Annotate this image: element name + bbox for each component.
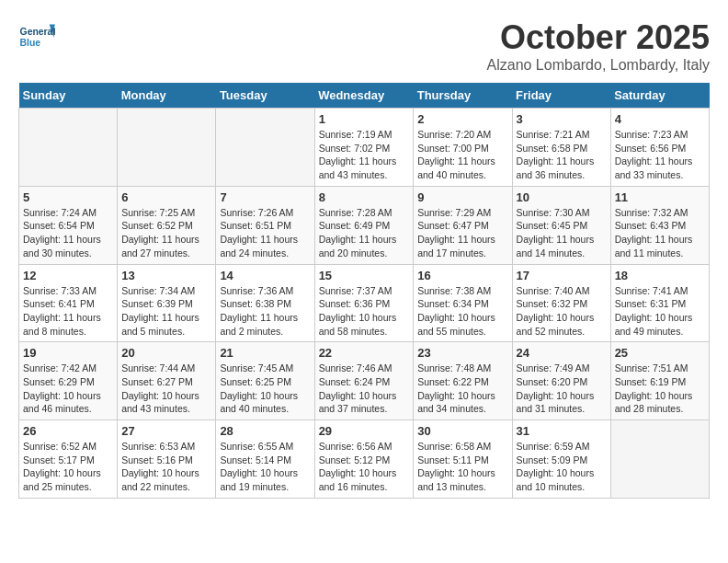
calendar-cell: 18Sunrise: 7:41 AM Sunset: 6:31 PM Dayli… — [610, 264, 709, 342]
calendar-cell: 25Sunrise: 7:51 AM Sunset: 6:19 PM Dayli… — [610, 342, 709, 420]
page-container: General Blue October 2025 Alzano Lombard… — [18, 18, 710, 499]
day-info: Sunrise: 7:20 AM Sunset: 7:00 PM Dayligh… — [417, 128, 507, 182]
weekday-header-row: Sunday Monday Tuesday Wednesday Thursday… — [19, 83, 710, 109]
header-saturday: Saturday — [610, 83, 709, 109]
calendar-cell: 11Sunrise: 7:32 AM Sunset: 6:43 PM Dayli… — [610, 186, 709, 264]
day-number: 4 — [615, 112, 705, 126]
calendar-cell: 17Sunrise: 7:40 AM Sunset: 6:32 PM Dayli… — [512, 264, 610, 342]
day-number: 3 — [517, 112, 607, 126]
day-info: Sunrise: 7:24 AM Sunset: 6:54 PM Dayligh… — [23, 206, 113, 260]
calendar-week-row: 5Sunrise: 7:24 AM Sunset: 6:54 PM Daylig… — [19, 186, 710, 264]
day-number: 9 — [417, 190, 507, 204]
day-info: Sunrise: 7:42 AM Sunset: 6:29 PM Dayligh… — [23, 362, 113, 416]
calendar-cell: 14Sunrise: 7:36 AM Sunset: 6:38 PM Dayli… — [216, 264, 314, 342]
logo-icon: General Blue — [18, 18, 55, 55]
calendar-cell: 29Sunrise: 6:56 AM Sunset: 5:12 PM Dayli… — [314, 420, 414, 499]
calendar-cell: 16Sunrise: 7:38 AM Sunset: 6:34 PM Dayli… — [414, 264, 512, 342]
day-info: Sunrise: 7:21 AM Sunset: 6:58 PM Dayligh… — [517, 128, 607, 182]
calendar-cell: 5Sunrise: 7:24 AM Sunset: 6:54 PM Daylig… — [19, 186, 118, 264]
svg-text:General: General — [20, 27, 55, 37]
day-number: 13 — [121, 269, 211, 282]
day-info: Sunrise: 7:36 AM Sunset: 6:38 PM Dayligh… — [220, 284, 310, 339]
calendar-week-row: 12Sunrise: 7:33 AM Sunset: 6:41 PM Dayli… — [19, 264, 710, 342]
day-number: 28 — [220, 424, 310, 438]
day-number: 1 — [319, 112, 410, 126]
day-info: Sunrise: 7:26 AM Sunset: 6:51 PM Dayligh… — [220, 206, 310, 260]
day-number: 8 — [319, 190, 410, 204]
day-number: 29 — [319, 424, 410, 438]
day-number: 2 — [417, 112, 507, 126]
calendar-cell: 30Sunrise: 6:58 AM Sunset: 5:11 PM Dayli… — [414, 420, 512, 499]
day-info: Sunrise: 7:37 AM Sunset: 6:36 PM Dayligh… — [319, 284, 410, 339]
day-info: Sunrise: 6:55 AM Sunset: 5:14 PM Dayligh… — [220, 440, 310, 494]
day-info: Sunrise: 7:34 AM Sunset: 6:39 PM Dayligh… — [121, 284, 211, 339]
day-number: 6 — [121, 190, 211, 204]
calendar-cell: 24Sunrise: 7:49 AM Sunset: 6:20 PM Dayli… — [512, 342, 610, 420]
day-info: Sunrise: 7:29 AM Sunset: 6:47 PM Dayligh… — [417, 206, 507, 260]
calendar-week-row: 26Sunrise: 6:52 AM Sunset: 5:17 PM Dayli… — [19, 420, 710, 499]
day-number: 18 — [615, 269, 705, 282]
calendar-cell — [19, 109, 118, 187]
day-number: 30 — [417, 424, 507, 438]
day-info: Sunrise: 7:25 AM Sunset: 6:52 PM Dayligh… — [121, 206, 211, 260]
day-number: 14 — [220, 269, 310, 282]
day-number: 19 — [23, 346, 113, 360]
day-info: Sunrise: 6:59 AM Sunset: 5:09 PM Dayligh… — [517, 440, 607, 494]
header-sunday: Sunday — [19, 83, 118, 109]
calendar-cell: 31Sunrise: 6:59 AM Sunset: 5:09 PM Dayli… — [512, 420, 610, 499]
calendar-cell: 19Sunrise: 7:42 AM Sunset: 6:29 PM Dayli… — [19, 342, 118, 420]
title-section: October 2025 Alzano Lombardo, Lombardy, … — [487, 18, 711, 74]
day-number: 12 — [23, 269, 113, 282]
header-monday: Monday — [118, 83, 216, 109]
day-number: 31 — [517, 424, 607, 438]
day-number: 20 — [121, 346, 211, 360]
day-info: Sunrise: 7:41 AM Sunset: 6:31 PM Dayligh… — [615, 284, 705, 339]
calendar-cell: 15Sunrise: 7:37 AM Sunset: 6:36 PM Dayli… — [314, 264, 414, 342]
calendar-cell: 21Sunrise: 7:45 AM Sunset: 6:25 PM Dayli… — [216, 342, 314, 420]
calendar-cell: 12Sunrise: 7:33 AM Sunset: 6:41 PM Dayli… — [19, 264, 118, 342]
location: Alzano Lombardo, Lombardy, Italy — [487, 57, 711, 74]
day-number: 15 — [319, 269, 410, 282]
day-info: Sunrise: 7:23 AM Sunset: 6:56 PM Dayligh… — [615, 128, 705, 182]
calendar-cell: 4Sunrise: 7:23 AM Sunset: 6:56 PM Daylig… — [610, 109, 709, 187]
day-info: Sunrise: 7:40 AM Sunset: 6:32 PM Dayligh… — [517, 284, 607, 339]
calendar-cell: 6Sunrise: 7:25 AM Sunset: 6:52 PM Daylig… — [118, 186, 216, 264]
calendar-cell: 10Sunrise: 7:30 AM Sunset: 6:45 PM Dayli… — [512, 186, 610, 264]
day-info: Sunrise: 7:48 AM Sunset: 6:22 PM Dayligh… — [417, 362, 507, 416]
calendar-cell: 22Sunrise: 7:46 AM Sunset: 6:24 PM Dayli… — [314, 342, 414, 420]
calendar-cell: 8Sunrise: 7:28 AM Sunset: 6:49 PM Daylig… — [314, 186, 414, 264]
day-info: Sunrise: 6:58 AM Sunset: 5:11 PM Dayligh… — [417, 440, 507, 494]
day-number: 10 — [517, 190, 607, 204]
day-number: 21 — [220, 346, 310, 360]
day-info: Sunrise: 7:46 AM Sunset: 6:24 PM Dayligh… — [319, 362, 410, 416]
header-friday: Friday — [512, 83, 610, 109]
day-number: 24 — [517, 346, 607, 360]
day-info: Sunrise: 6:53 AM Sunset: 5:16 PM Dayligh… — [121, 440, 211, 494]
svg-text:Blue: Blue — [20, 38, 41, 48]
day-number: 5 — [23, 190, 113, 204]
day-number: 26 — [23, 424, 113, 438]
calendar-cell — [216, 109, 314, 187]
header-thursday: Thursday — [414, 83, 512, 109]
day-number: 11 — [615, 190, 705, 204]
calendar-cell: 3Sunrise: 7:21 AM Sunset: 6:58 PM Daylig… — [512, 109, 610, 187]
day-info: Sunrise: 7:49 AM Sunset: 6:20 PM Dayligh… — [517, 362, 607, 416]
calendar-cell — [610, 420, 709, 499]
day-number: 7 — [220, 190, 310, 204]
day-number: 27 — [121, 424, 211, 438]
day-number: 17 — [517, 269, 607, 282]
day-info: Sunrise: 7:32 AM Sunset: 6:43 PM Dayligh… — [615, 206, 705, 260]
day-info: Sunrise: 7:51 AM Sunset: 6:19 PM Dayligh… — [615, 362, 705, 416]
day-info: Sunrise: 7:33 AM Sunset: 6:41 PM Dayligh… — [23, 284, 113, 339]
month-title: October 2025 — [487, 18, 711, 57]
header-wednesday: Wednesday — [314, 83, 414, 109]
day-number: 22 — [319, 346, 410, 360]
day-number: 25 — [615, 346, 705, 360]
calendar-cell: 26Sunrise: 6:52 AM Sunset: 5:17 PM Dayli… — [19, 420, 118, 499]
calendar-cell — [118, 109, 216, 187]
day-info: Sunrise: 7:28 AM Sunset: 6:49 PM Dayligh… — [319, 206, 410, 260]
day-number: 16 — [417, 269, 507, 282]
calendar-week-row: 1Sunrise: 7:19 AM Sunset: 7:02 PM Daylig… — [19, 109, 710, 187]
day-info: Sunrise: 7:44 AM Sunset: 6:27 PM Dayligh… — [121, 362, 211, 416]
calendar-cell: 13Sunrise: 7:34 AM Sunset: 6:39 PM Dayli… — [118, 264, 216, 342]
